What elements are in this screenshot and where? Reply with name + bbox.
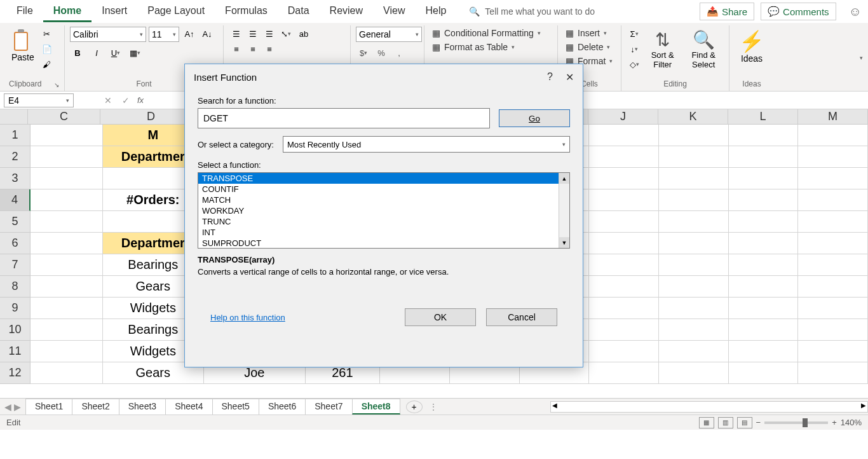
cell-L11[interactable]: [729, 341, 799, 362]
cancel-formula-button[interactable]: ✕: [99, 93, 117, 107]
increase-font-button[interactable]: A↑: [182, 27, 197, 41]
sheet-tab-sheet2[interactable]: Sheet2: [72, 399, 119, 414]
cell-M11[interactable]: [798, 341, 868, 362]
name-box[interactable]: E4▾: [4, 93, 74, 107]
cell-K1[interactable]: [659, 125, 729, 146]
row-header-6[interactable]: 6: [0, 233, 31, 254]
cell-J6[interactable]: [589, 233, 659, 254]
cell-J7[interactable]: [589, 254, 659, 276]
cell-M2[interactable]: [798, 146, 868, 168]
underline-button[interactable]: U ▾: [108, 46, 123, 60]
function-item-transpose[interactable]: TRANSPOSE: [198, 173, 569, 184]
cell-J12[interactable]: [589, 362, 659, 384]
cell-C9[interactable]: [31, 298, 103, 319]
cell-J3[interactable]: [589, 168, 659, 189]
cell-M5[interactable]: [798, 211, 868, 233]
cell-C10[interactable]: [31, 319, 103, 341]
row-header-4[interactable]: 4: [0, 189, 31, 211]
zoom-slider[interactable]: [764, 421, 828, 424]
wrap-text-button[interactable]: ab: [296, 27, 311, 41]
paste-button[interactable]: Paste: [9, 27, 37, 65]
cell-M4[interactable]: [798, 189, 868, 211]
cell-K7[interactable]: [659, 254, 729, 276]
align-left-button[interactable]: ≡: [229, 42, 244, 56]
cell-C12[interactable]: [31, 362, 103, 384]
category-select[interactable]: Most Recently Used ▾: [283, 136, 570, 153]
cell-M10[interactable]: [798, 319, 868, 341]
sheet-tab-sheet5[interactable]: Sheet5: [212, 399, 259, 414]
zoom-in-button[interactable]: +: [832, 418, 837, 427]
cell-J2[interactable]: [589, 146, 659, 168]
cell-C1[interactable]: [31, 125, 103, 146]
function-item-workday[interactable]: WORKDAY: [198, 205, 569, 216]
cancel-button[interactable]: Cancel: [486, 308, 557, 326]
zoom-level[interactable]: 140%: [841, 418, 862, 427]
menu-help[interactable]: Help: [415, 1, 456, 22]
menu-view[interactable]: View: [373, 1, 415, 22]
fill-button[interactable]: ↓▾: [627, 42, 642, 56]
cell-K2[interactable]: [659, 146, 729, 168]
border-button[interactable]: ▦ ▾: [127, 46, 142, 60]
cell-C3[interactable]: [31, 168, 103, 189]
cell-K10[interactable]: [659, 319, 729, 341]
scroll-up-button[interactable]: ▲: [559, 173, 569, 184]
orientation-button[interactable]: ⤡ ▾: [278, 27, 294, 41]
tab-nav[interactable]: ◀ ▶: [0, 402, 25, 412]
menu-review[interactable]: Review: [320, 1, 373, 22]
cell-C11[interactable]: [31, 341, 103, 362]
cell-M1[interactable]: [798, 125, 868, 146]
column-header-J[interactable]: J: [588, 109, 658, 124]
align-center-button[interactable]: ≡: [245, 42, 261, 56]
row-header-7[interactable]: 7: [0, 254, 31, 276]
cell-L1[interactable]: [729, 125, 799, 146]
cell-K6[interactable]: [659, 233, 729, 254]
function-item-countif[interactable]: COUNTIF: [198, 184, 569, 195]
cell-L8[interactable]: [729, 276, 799, 298]
menu-formulas[interactable]: Formulas: [215, 1, 278, 22]
cell-K5[interactable]: [659, 211, 729, 233]
menu-page-layout[interactable]: Page Layout: [137, 1, 215, 22]
column-header-L[interactable]: L: [728, 109, 798, 124]
scroll-down-button[interactable]: ▼: [559, 237, 569, 248]
dialog-close-button[interactable]: ✕: [566, 71, 574, 83]
cut-button[interactable]: ✂: [39, 27, 55, 41]
find-select-button[interactable]: 🔍 Find & Select: [683, 27, 724, 72]
cell-L12[interactable]: [729, 362, 799, 384]
cell-L4[interactable]: [729, 189, 799, 211]
currency-button[interactable]: $▾: [356, 46, 371, 60]
horizontal-scrollbar[interactable]: ◀ ▶: [550, 401, 868, 413]
zoom-out-button[interactable]: −: [756, 418, 761, 427]
sheet-tab-sheet6[interactable]: Sheet6: [259, 399, 306, 414]
row-header-9[interactable]: 9: [0, 298, 31, 319]
tell-me-search[interactable]: 🔍 Tell me what you want to do: [469, 6, 595, 17]
cell-L2[interactable]: [729, 146, 799, 168]
cell-M6[interactable]: [798, 233, 868, 254]
cell-C2[interactable]: [31, 146, 103, 168]
cell-C7[interactable]: [31, 254, 103, 276]
cell-J11[interactable]: [589, 341, 659, 362]
ok-button[interactable]: OK: [405, 308, 476, 326]
format-painter-button[interactable]: 🖌: [39, 57, 55, 71]
cell-J5[interactable]: [589, 211, 659, 233]
cell-K11[interactable]: [659, 341, 729, 362]
go-button[interactable]: Go: [499, 109, 570, 127]
row-header-11[interactable]: 11: [0, 341, 31, 362]
insert-cells-button[interactable]: ▦ Insert ▾: [563, 27, 616, 39]
sheet-tab-sheet7[interactable]: Sheet7: [305, 399, 352, 414]
select-all-corner[interactable]: [0, 109, 28, 124]
cell-K4[interactable]: [659, 189, 729, 211]
function-item-int[interactable]: INT: [198, 227, 569, 238]
ideas-button[interactable]: ⚡ Ideas: [735, 27, 769, 66]
comma-button[interactable]: ,: [391, 46, 407, 60]
cell-J8[interactable]: [589, 276, 659, 298]
row-header-5[interactable]: 5: [0, 211, 31, 233]
cell-K3[interactable]: [659, 168, 729, 189]
enter-formula-button[interactable]: ✓: [117, 93, 135, 107]
cell-M3[interactable]: [798, 168, 868, 189]
function-item-sumproduct[interactable]: SUMPRODUCT: [198, 238, 569, 249]
align-top-button[interactable]: ☰: [229, 27, 244, 41]
align-bottom-button[interactable]: ☰: [262, 27, 277, 41]
row-header-10[interactable]: 10: [0, 319, 31, 341]
conditional-formatting-button[interactable]: ▦ Conditional Formatting▾: [430, 27, 552, 39]
autosum-button[interactable]: Σ▾: [627, 27, 642, 41]
